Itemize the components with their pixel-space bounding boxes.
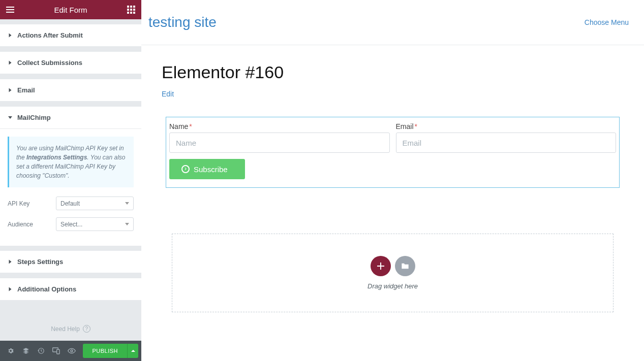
responsive-icon[interactable] [49,341,64,361]
sidebar-title: Edit Form [54,6,87,14]
email-label: Email* [396,122,617,130]
required-mark: * [189,122,192,130]
email-field: Email* [393,122,620,153]
mailchimp-info: You are using MailChimp API Key set in t… [8,137,134,187]
sidebar-footer: PUBLISH [0,341,141,361]
help-icon: ? [83,325,90,333]
add-section-button[interactable] [371,256,391,276]
section-label: Steps Settings [17,258,63,266]
chevron-right-icon [9,34,12,38]
drop-zone[interactable]: Drag widget here [172,234,614,312]
chevron-right-icon [9,287,12,291]
sidebar-header: Edit Form [0,0,141,19]
editor-canvas: testing site Choose Menu Elementor #160 … [141,0,644,361]
apikey-label: API Key [8,200,56,207]
submit-icon [181,165,190,173]
section-label: Additional Options [17,285,76,293]
chevron-right-icon [9,61,12,65]
chevron-down-icon [125,202,129,205]
audience-row: Audience Select... [8,217,134,231]
section-additional-options[interactable]: Additional Options [0,278,141,301]
page-header: Elementor #160 Edit [141,45,644,99]
page-title: Elementor #160 [162,62,624,82]
apikey-value: Default [60,200,80,207]
editor-sidebar: Edit Form Actions After Submit Collect S… [0,0,141,361]
apikey-select[interactable]: Default [56,196,134,210]
section-label: MailChimp [17,114,51,121]
chevron-down-icon [125,223,129,225]
dropzone-buttons [371,256,415,276]
email-input[interactable] [396,133,617,153]
sidebar-panel: Actions After Submit Collect Submissions… [0,19,141,341]
audience-select[interactable]: Select... [56,217,134,231]
widgets-grid-icon[interactable] [126,5,136,15]
section-label: Email [17,86,35,94]
publish-options-button[interactable] [127,344,138,358]
settings-icon[interactable] [3,341,18,361]
preview-icon[interactable] [64,341,79,361]
name-label: Name* [169,122,390,130]
edit-link[interactable]: Edit [162,90,174,98]
section-steps-settings[interactable]: Steps Settings [0,251,141,273]
site-title[interactable]: testing site [148,14,217,30]
section-label: Collect Submissions [17,59,82,67]
svg-rect-1 [57,349,59,354]
publish-button-group: PUBLISH [83,344,138,358]
section-actions-after-submit[interactable]: Actions After Submit [0,24,141,47]
chevron-up-icon [131,350,135,352]
choose-menu-link[interactable]: Choose Menu [585,18,629,26]
svg-point-2 [71,350,73,352]
required-mark: * [415,122,417,130]
apikey-row: API Key Default [8,196,134,210]
publish-button[interactable]: PUBLISH [83,344,127,358]
site-header: testing site Choose Menu [141,0,644,45]
audience-value: Select... [60,221,82,228]
section-label: Actions After Submit [17,31,83,39]
menu-icon[interactable] [5,5,15,15]
history-icon[interactable] [34,341,49,361]
chevron-right-icon [9,260,12,264]
name-input[interactable] [169,133,390,153]
name-field: Name* [166,122,393,153]
dropzone-text: Drag widget here [367,282,418,290]
chevron-down-icon [8,116,12,119]
section-mailchimp[interactable]: MailChimp [0,107,141,129]
subscribe-button[interactable]: Subscribe [169,159,245,179]
mailchimp-content: You are using MailChimp API Key set in t… [0,129,141,246]
form-widget[interactable]: Name* Email* Subscribe [166,117,620,188]
navigator-icon[interactable] [18,341,34,361]
chevron-right-icon [9,88,12,92]
section-email[interactable]: Email [0,79,141,102]
audience-label: Audience [8,221,56,228]
section-collect-submissions[interactable]: Collect Submissions [0,52,141,74]
need-help[interactable]: Need Help ? [0,301,141,341]
template-library-button[interactable] [395,256,415,276]
